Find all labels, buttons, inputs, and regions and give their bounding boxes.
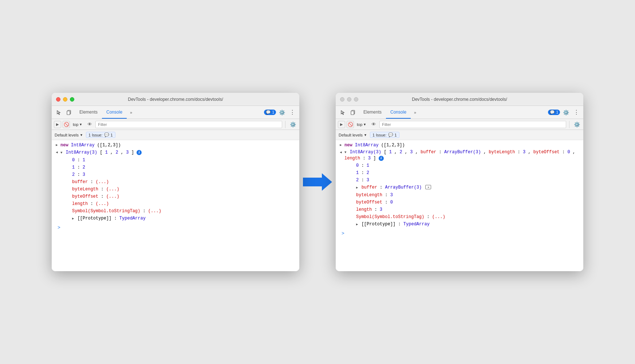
right-more-options-icon[interactable]: ⋮ xyxy=(572,108,580,117)
right-class-name: Int8Array xyxy=(355,143,379,148)
right-prop-0: 0 : 1 xyxy=(336,162,583,169)
right-settings-icon[interactable]: ⚙️ xyxy=(561,108,570,117)
default-levels-button[interactable]: Default levels ▼ xyxy=(55,133,83,137)
right-command-line: ▶ new Int8Array ([1,2,3]) xyxy=(336,142,583,149)
right-window-title: DevTools - developer.chrome.com/docs/dev… xyxy=(340,97,579,102)
left-console-content: ▶ new Int8Array ([1,2,3]) ◀ ▼ Int8Array(… xyxy=(52,140,299,271)
expand-gutter: ▶ xyxy=(53,142,60,149)
close-button[interactable] xyxy=(56,97,60,102)
prop-2: 2 : 3 xyxy=(52,171,299,178)
more-tabs-icon[interactable]: » xyxy=(127,108,135,117)
eye-icon[interactable]: 👁 xyxy=(85,120,94,129)
settings-icon[interactable]: ⚙️ xyxy=(277,108,286,117)
collapse-arrow[interactable]: ◀ xyxy=(56,149,58,156)
right-block-icon[interactable]: 🚫 xyxy=(347,121,354,128)
right-cursor-icon[interactable] xyxy=(339,108,347,117)
right-length: length : 3 xyxy=(336,206,583,213)
right-byteoffset: byteOffset : 0 xyxy=(336,199,583,206)
more-options-icon[interactable]: ⋮ xyxy=(288,108,296,117)
left-devtools-window: DevTools - developer.chrome.com/docs/dev… xyxy=(52,93,299,271)
console-prompt[interactable]: > xyxy=(55,224,63,232)
result-header-line: ◀ ▼ Int8Array(3) [ 1 , 2 , 3 ] i xyxy=(52,149,299,157)
expand-arrow-proto[interactable]: ▶ xyxy=(72,217,74,221)
maximize-button[interactable] xyxy=(70,97,74,102)
right-console-prompt-line[interactable]: > xyxy=(336,228,583,239)
minimize-button[interactable] xyxy=(63,97,67,102)
right-issue-badge[interactable]: 1 Issue: 💬 1 xyxy=(370,132,399,138)
key-length: length xyxy=(72,201,88,206)
class-name: Int8Array xyxy=(71,143,95,148)
right-copy-icon[interactable] xyxy=(349,108,358,117)
right-expand-arrow-proto[interactable]: ▶ xyxy=(356,223,358,226)
console-settings-icon[interactable]: ⚙️ xyxy=(288,120,297,129)
right-info-icon[interactable]: i xyxy=(379,156,384,161)
val-length: (...) xyxy=(96,201,109,206)
right-more-tabs-icon[interactable]: » xyxy=(411,108,419,117)
right-console-settings-icon[interactable]: ⚙️ xyxy=(572,120,581,129)
right-console-prompt[interactable]: > xyxy=(339,230,347,238)
right-buffer-line: ▶ buffer : ArrayBuffer(3) ≡ xyxy=(336,184,583,191)
right-array-class: Int8Array(3) xyxy=(350,150,381,155)
right-default-levels-button[interactable]: Default levels ▼ xyxy=(339,133,367,137)
right-prototype: ▶ [[Prototype]] : TypedArray xyxy=(336,221,583,228)
right-symbol: Symbol(Symbol.toStringTag) : (...) xyxy=(336,213,583,221)
tab-elements[interactable]: Elements xyxy=(75,106,102,119)
array-class: Int8Array(3) xyxy=(66,150,97,155)
filter-input[interactable] xyxy=(95,121,282,128)
right-close-button[interactable] xyxy=(340,97,344,102)
right-console-toolbar: ▶ 🚫 top ▼ 👁 ⚙️ xyxy=(336,119,583,130)
prop-byteoffset: byteOffset : (...) xyxy=(52,193,299,200)
command-content: new Int8Array ([1,2,3]) xyxy=(60,142,298,149)
key-0: 0 xyxy=(72,158,75,163)
key-symbol: Symbol(Symbol.toStringTag) xyxy=(72,209,140,214)
buffer-expand-arrow[interactable]: ▶ xyxy=(356,186,358,190)
left-levels-bar: Default levels ▼ 1 Issue: 💬 1 xyxy=(52,130,299,140)
issue-badge[interactable]: 1 Issue: 💬 1 xyxy=(86,132,115,138)
direction-arrow xyxy=(299,171,336,193)
right-bytelength: byteLength : 3 xyxy=(336,191,583,199)
prototype-key: [[Prototype]] xyxy=(78,216,112,221)
right-tab-console[interactable]: Console xyxy=(386,106,411,119)
result-gutter: ◀ xyxy=(53,149,60,156)
left-title-bar: DevTools - developer.chrome.com/docs/dev… xyxy=(52,93,299,106)
right-result-gutter: ◀ xyxy=(337,149,344,156)
right-eye-icon[interactable]: 👁 xyxy=(369,120,378,129)
execute-icon[interactable]: ▶ xyxy=(54,121,61,128)
right-maximize-button[interactable] xyxy=(354,97,358,102)
chevron-down-icon: ▼ xyxy=(80,133,83,137)
tab-console[interactable]: Console xyxy=(102,106,127,119)
right-filter-input[interactable] xyxy=(379,121,566,128)
right-chevron-down-icon: ▼ xyxy=(364,133,367,137)
prop-0: 0 : 1 xyxy=(52,157,299,164)
block-icon[interactable]: 🚫 xyxy=(63,121,70,128)
right-expand-arrow[interactable]: ▶ xyxy=(340,142,342,149)
right-expand-caret[interactable]: ▼ xyxy=(344,151,346,154)
key-1: 1 xyxy=(72,165,75,170)
top-selector[interactable]: top ▼ xyxy=(71,122,84,127)
right-levels-bar: Default levels ▼ 1 Issue: 💬 1 xyxy=(336,130,583,140)
chevron-down-icon: ▼ xyxy=(79,123,82,126)
right-tab-elements[interactable]: Elements xyxy=(359,106,386,119)
copy-icon[interactable] xyxy=(65,108,74,117)
console-command-line: ▶ new Int8Array ([1,2,3]) xyxy=(52,142,299,149)
right-tab-bar: Elements Console » xyxy=(359,106,419,119)
console-prompt-line[interactable]: > xyxy=(52,222,299,233)
expand-caret[interactable]: ▼ xyxy=(60,151,62,155)
key-buffer: buffer xyxy=(72,179,88,185)
right-prop-1: 1 : 2 xyxy=(336,169,583,177)
right-execute-icon[interactable]: ▶ xyxy=(338,121,345,128)
issue-icon: 💬 xyxy=(104,132,109,137)
left-window-title: DevTools - developer.chrome.com/docs/dev… xyxy=(56,97,295,102)
right-top-selector[interactable]: top ▼ xyxy=(355,122,368,127)
cursor-icon[interactable] xyxy=(55,108,63,117)
info-icon[interactable]: i xyxy=(137,150,142,155)
key-2: 2 xyxy=(72,172,75,177)
expand-arrow[interactable]: ▶ xyxy=(56,142,58,149)
prop-length: length : (...) xyxy=(52,200,299,207)
right-collapse-arrow[interactable]: ◀ xyxy=(340,149,342,156)
prop-1: 1 : 2 xyxy=(52,164,299,171)
left-tab-bar: Elements Console » xyxy=(75,106,135,119)
right-minimize-button[interactable] xyxy=(347,97,351,102)
right-result-header-content: ▼ Int8Array(3) [ 1 , 2 , 3 , buffer : Ar… xyxy=(344,149,582,162)
prop-prototype: ▶ [[Prototype]] : TypedArray xyxy=(52,215,299,222)
